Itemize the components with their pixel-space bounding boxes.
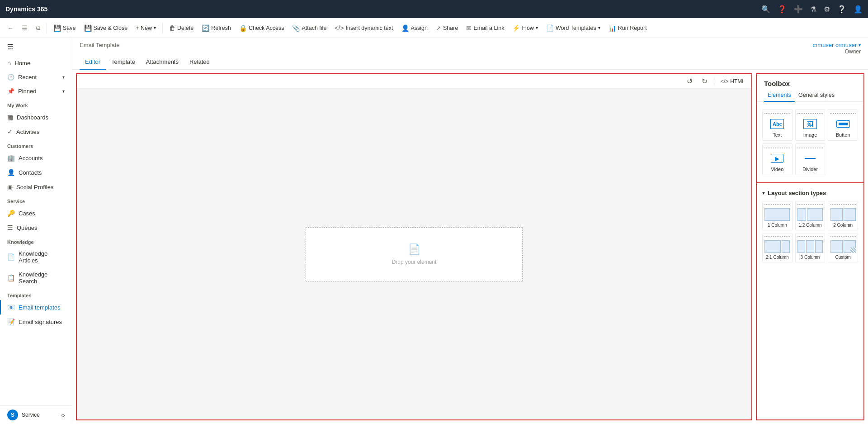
tab-editor[interactable]: Editor — [80, 55, 106, 70]
toolbox-tab-elements[interactable]: Elements — [764, 89, 795, 102]
sidebar-bottom-service[interactable]: S Service ◇ — [0, 405, 72, 424]
toolbox-element-text[interactable]: Abc Text — [762, 109, 793, 141]
sidebar-item-email-signatures[interactable]: 📝 Email signatures — [0, 314, 72, 329]
layout-3-column[interactable]: 3 Column — [795, 233, 826, 262]
sidebar-item-pinned[interactable]: 📌 Pinned ▾ — [0, 84, 72, 98]
text-element-label: Text — [773, 132, 782, 138]
editor-wrapper: ↺ ↻ </> HTML 📄 Drop your element — [72, 70, 868, 424]
refresh-button[interactable]: 🔄 Refresh — [198, 23, 235, 33]
sidebar: ☰ ⌂ Home 🕐 Recent ▾ 📌 Pinned ▾ My Work ▦… — [0, 38, 72, 424]
page-icon: ☰ — [22, 24, 28, 32]
drop-zone[interactable]: 📄 Drop your element — [306, 227, 523, 281]
undo-button[interactable]: ↺ — [684, 76, 695, 86]
editor-canvas-area: ↺ ↻ </> HTML 📄 Drop your element — [76, 73, 752, 420]
sidebar-item-social-profiles[interactable]: ◉ Social Profiles — [0, 180, 72, 194]
knowledge-articles-icon: 📄 — [7, 253, 15, 261]
section-service: Service — [0, 194, 72, 206]
tab-template[interactable]: Template — [106, 55, 141, 70]
sidebar-item-recent[interactable]: 🕐 Recent ▾ — [0, 70, 72, 84]
save-close-button[interactable]: 💾 Save & Close — [80, 23, 132, 33]
video-element-label: Video — [771, 167, 783, 172]
sidebar-item-accounts[interactable]: 🏢 Accounts — [0, 151, 72, 165]
editor-canvas[interactable]: 📄 Drop your element — [77, 89, 751, 419]
layout-1-column[interactable]: 1 Column — [762, 201, 793, 230]
help-icon[interactable]: ❔ — [837, 5, 846, 14]
check-access-button[interactable]: 🔒 Check Access — [236, 23, 288, 33]
layout-grid: 1 Column 1:2 Column — [760, 199, 860, 264]
divider-1 — [47, 23, 47, 33]
image-element-label: Image — [803, 132, 817, 138]
toolbox-tab-general-styles[interactable]: General styles — [795, 89, 838, 102]
delete-icon: 🗑 — [169, 24, 175, 32]
dashboards-icon: ▦ — [7, 114, 13, 121]
sidebar-item-knowledge-articles[interactable]: 📄 Knowledge Articles — [0, 247, 72, 267]
user-icon[interactable]: 👤 — [854, 5, 863, 14]
button-element-label: Button — [836, 132, 850, 138]
share-button[interactable]: ↗ Share — [432, 23, 462, 33]
sidebar-item-knowledge-search[interactable]: 📋 Knowledge Search — [0, 267, 72, 288]
toolbox-element-video[interactable]: ▶ Video — [762, 143, 793, 175]
sidebar-item-email-templates[interactable]: 📧 Email templates — [0, 300, 72, 314]
attach-file-button[interactable]: 📎 Attach file — [288, 23, 330, 33]
assign-button[interactable]: 👤 Assign — [398, 23, 432, 33]
flow-button[interactable]: ⚡ Flow ▾ — [509, 23, 541, 33]
new-dropdown-icon: ▾ — [154, 25, 156, 30]
layout-12col-preview — [797, 208, 823, 221]
layout-2-column[interactable]: 2 Column — [828, 201, 858, 230]
back-button[interactable]: ← — [4, 23, 17, 33]
plus-icon[interactable]: ➕ — [794, 5, 803, 14]
contacts-icon: 👤 — [7, 169, 15, 176]
sidebar-item-activities[interactable]: ✓ Activities — [0, 124, 72, 139]
divider-element-label: Divider — [802, 167, 818, 172]
tab-attachments[interactable]: Attachments — [141, 55, 184, 70]
sidebar-item-cases[interactable]: 🔑 Cases — [0, 206, 72, 220]
question-mark-icon[interactable]: ❓ — [778, 5, 787, 14]
filter-icon[interactable]: ⚗ — [810, 5, 816, 14]
toolbox-element-button[interactable]: Button — [828, 109, 858, 141]
section-customers: Customers — [0, 139, 72, 151]
html-button[interactable]: </> HTML — [718, 77, 748, 86]
layout-section-header[interactable]: ▾ Layout section types — [760, 187, 860, 199]
toolbox-element-divider[interactable]: Divider — [795, 143, 826, 175]
owner-name[interactable]: crmuser crmuser ▾ — [812, 42, 861, 48]
sidebar-item-queues[interactable]: ☰ Queues — [0, 220, 72, 235]
settings-icon[interactable]: ⚙ — [824, 5, 830, 14]
search-icon[interactable]: 🔍 — [761, 5, 770, 14]
divider-element-icon — [802, 152, 818, 165]
record-title: Email Template — [80, 42, 120, 48]
copy-button[interactable]: ⧉ — [32, 22, 44, 33]
image-element-icon: 🖼 — [802, 118, 818, 130]
toolbox-elements-section: Abc Text 🖼 Image — [757, 102, 863, 183]
layout-custom-label: Custom — [835, 255, 850, 260]
insert-dynamic-button[interactable]: </> Insert dynamic text — [331, 23, 396, 33]
toolbox-element-image[interactable]: 🖼 Image — [795, 109, 826, 141]
recent-icon: 🕐 — [7, 74, 14, 81]
word-dropdown-icon: ▾ — [598, 25, 600, 30]
layout-1-2-column[interactable]: 1:2 Column — [795, 201, 826, 230]
run-report-button[interactable]: 📊 Run Report — [605, 23, 651, 33]
drop-zone-label: Drop your element — [392, 259, 437, 265]
layout-custom[interactable]: Custom — [828, 233, 858, 262]
sidebar-item-dashboards[interactable]: ▦ Dashboards — [0, 110, 72, 124]
tab-related[interactable]: Related — [184, 55, 215, 70]
email-link-button[interactable]: ✉ Email a Link — [462, 23, 508, 33]
sidebar-item-contacts[interactable]: 👤 Contacts — [0, 165, 72, 180]
layout-1col-preview — [764, 208, 790, 221]
word-templates-button[interactable]: 📄 Word Templates ▾ — [542, 23, 604, 33]
attach-icon: 📎 — [292, 24, 300, 32]
html-code-icon: </> — [721, 78, 728, 85]
redo-button[interactable]: ↻ — [699, 76, 710, 86]
layout-2-1-column[interactable]: 2:1 Column — [762, 233, 793, 262]
main-layout: ☰ ⌂ Home 🕐 Recent ▾ 📌 Pinned ▾ My Work ▦… — [0, 38, 868, 424]
page-view-button[interactable]: ☰ — [18, 23, 31, 33]
new-button[interactable]: + New ▾ — [132, 23, 160, 33]
delete-button[interactable]: 🗑 Delete — [165, 23, 197, 33]
sidebar-home-label: Home — [14, 60, 30, 67]
layout-section: ▾ Layout section types 1 Column — [757, 183, 863, 268]
hamburger-button[interactable]: ☰ — [0, 38, 72, 56]
sidebar-item-home[interactable]: ⌂ Home — [0, 56, 72, 70]
layout-custom-preview — [830, 240, 856, 253]
text-element-icon: Abc — [769, 118, 785, 130]
save-button[interactable]: 💾 Save — [50, 23, 80, 33]
owner-label: Owner — [812, 48, 861, 55]
